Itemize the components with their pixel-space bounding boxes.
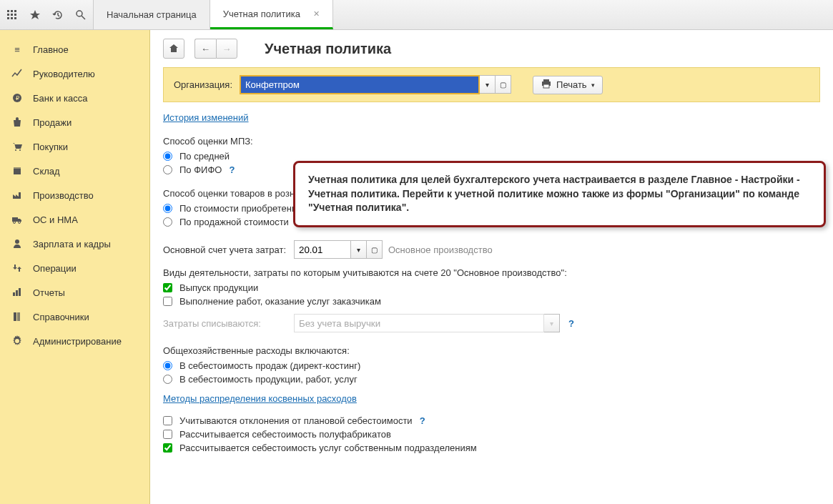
sidebar-item-main[interactable]: ≡Главное xyxy=(0,37,149,61)
print-button[interactable]: Печать ▾ xyxy=(533,76,603,94)
writeoff-label: Затраты списываются: xyxy=(163,318,288,329)
history-link[interactable]: История изменений xyxy=(163,112,249,123)
truck-icon xyxy=(10,214,24,225)
chevron-down-icon: ▾ xyxy=(591,81,595,89)
sidebar-item-salary[interactable]: Зарплата и кадры xyxy=(0,232,149,256)
page-title: Учетная политика xyxy=(265,41,391,57)
close-icon[interactable]: ✕ xyxy=(313,9,320,19)
mpz-avg-radio[interactable]: По средней xyxy=(163,151,820,162)
svg-rect-6 xyxy=(7,17,9,19)
output-checkbox[interactable]: Выпуск продукции xyxy=(163,282,820,293)
svg-rect-16 xyxy=(14,167,21,169)
svg-rect-2 xyxy=(14,10,16,12)
sidebar-item-bank[interactable]: ₽Банк и касса xyxy=(0,86,149,110)
own-checkbox[interactable]: Рассчитывается себестоимость услуг собст… xyxy=(163,443,820,453)
org-bar: Организация: ▾ ▢ Печать ▾ xyxy=(163,67,820,102)
sidebar-label: Отчеты xyxy=(33,287,65,298)
services-checkbox[interactable]: Выполнение работ, оказание услуг заказчи… xyxy=(163,296,820,307)
sidebar-label: Администрирование xyxy=(33,336,122,347)
main-account-field[interactable] xyxy=(294,240,351,259)
sidebar-item-manager[interactable]: Руководителю xyxy=(0,61,149,86)
tab-home[interactable]: Начальная страница xyxy=(94,0,210,29)
sidebar-item-purchases[interactable]: Покупки xyxy=(0,134,149,159)
chart-icon xyxy=(10,68,24,79)
svg-rect-26 xyxy=(543,79,549,81)
overhead-full-radio[interactable]: В себестоимость продукции, работ, услуг xyxy=(163,374,820,385)
overhead-label: Общехозяйственные расходы включаются: xyxy=(163,345,820,356)
swap-icon xyxy=(10,262,24,274)
plan-checkbox[interactable]: Учитываются отклонения от плановой себес… xyxy=(163,415,820,426)
person-icon xyxy=(10,238,24,249)
svg-rect-28 xyxy=(543,84,549,88)
sidebar-item-admin[interactable]: Администрирование xyxy=(0,329,149,353)
tabs: Начальная страница Учетная политика✕ xyxy=(94,0,333,29)
sidebar-label: Покупки xyxy=(33,142,68,152)
menu-icon: ≡ xyxy=(10,44,24,55)
sidebar-item-sales[interactable]: Продажи xyxy=(0,110,149,134)
tab-label: Учетная политика xyxy=(223,9,300,19)
history-icon[interactable] xyxy=(51,9,64,21)
info-callout: Учетная политика для целей бухгалтерског… xyxy=(293,161,826,227)
tab-label: Начальная страница xyxy=(107,9,197,20)
svg-rect-17 xyxy=(12,217,18,222)
main-account-label: Основной счет учета затрат: xyxy=(163,244,288,255)
dropdown-button[interactable]: ▾ xyxy=(480,75,496,94)
tab-accounting-policy[interactable]: Учетная политика✕ xyxy=(210,0,333,29)
org-label: Организация: xyxy=(174,79,232,90)
svg-rect-25 xyxy=(17,312,20,321)
svg-point-13 xyxy=(15,149,16,151)
sidebar-label: Зарплата и кадры xyxy=(33,239,111,249)
svg-point-18 xyxy=(14,222,16,224)
sidebar-item-production[interactable]: Производство xyxy=(0,183,149,207)
svg-rect-3 xyxy=(7,14,9,16)
svg-rect-15 xyxy=(14,169,21,174)
sidebar: ≡Главное Руководителю ₽Банк и касса Прод… xyxy=(0,30,150,504)
sidebar-item-operations[interactable]: Операции xyxy=(0,256,149,280)
semi-checkbox[interactable]: Рассчитывается себестоимость полуфабрика… xyxy=(163,429,820,440)
bars-icon xyxy=(10,287,24,298)
svg-point-14 xyxy=(19,149,21,151)
sidebar-label: Склад xyxy=(33,166,60,177)
dropdown-button[interactable]: ▾ xyxy=(351,240,367,259)
home-button[interactable] xyxy=(163,39,184,59)
sidebar-item-warehouse[interactable]: Склад xyxy=(0,159,149,183)
star-icon[interactable] xyxy=(29,9,41,21)
help-icon[interactable]: ? xyxy=(568,318,574,329)
sidebar-label: ОС и НМА xyxy=(33,214,78,225)
sidebar-item-assets[interactable]: ОС и НМА xyxy=(0,207,149,232)
forward-button[interactable]: → xyxy=(216,39,237,59)
svg-rect-8 xyxy=(14,17,16,19)
methods-link[interactable]: Методы распределения косвенных расходов xyxy=(163,393,357,404)
apps-icon[interactable] xyxy=(6,9,19,21)
search-icon[interactable] xyxy=(74,9,87,21)
overhead-direct-radio[interactable]: В себестоимость продаж (директ-костинг) xyxy=(163,360,820,371)
help-icon[interactable]: ? xyxy=(420,415,425,426)
svg-rect-5 xyxy=(14,14,16,16)
toolbar-icons xyxy=(0,0,94,29)
gear-icon xyxy=(10,335,24,347)
help-icon[interactable]: ? xyxy=(229,164,235,175)
svg-line-10 xyxy=(82,16,85,19)
sidebar-label: Банк и касса xyxy=(33,93,88,104)
open-button[interactable]: ▢ xyxy=(367,240,383,259)
sidebar-item-reports[interactable]: Отчеты xyxy=(0,280,149,305)
svg-rect-1 xyxy=(11,10,13,12)
main-account-hint: Основное производство xyxy=(388,244,493,255)
factory-icon xyxy=(10,189,24,201)
callout-text: Учетная политика для целей бухгалтерског… xyxy=(308,174,800,213)
back-button[interactable]: ← xyxy=(194,39,216,59)
printer-icon xyxy=(541,78,552,92)
sidebar-item-refs[interactable]: Справочники xyxy=(0,305,149,329)
sidebar-label: Продажи xyxy=(33,117,72,128)
org-field[interactable] xyxy=(240,75,480,94)
svg-point-20 xyxy=(15,239,19,244)
svg-point-19 xyxy=(19,222,21,224)
sidebar-label: Справочники xyxy=(33,312,89,322)
svg-rect-4 xyxy=(11,14,13,16)
sidebar-label: Руководителю xyxy=(33,69,95,79)
bag-icon xyxy=(10,117,24,128)
open-button[interactable]: ▢ xyxy=(496,75,511,94)
header-row: ← → Учетная политика xyxy=(150,30,833,67)
svg-rect-22 xyxy=(16,290,18,296)
mpz-label: Способ оценки МПЗ: xyxy=(163,136,820,147)
